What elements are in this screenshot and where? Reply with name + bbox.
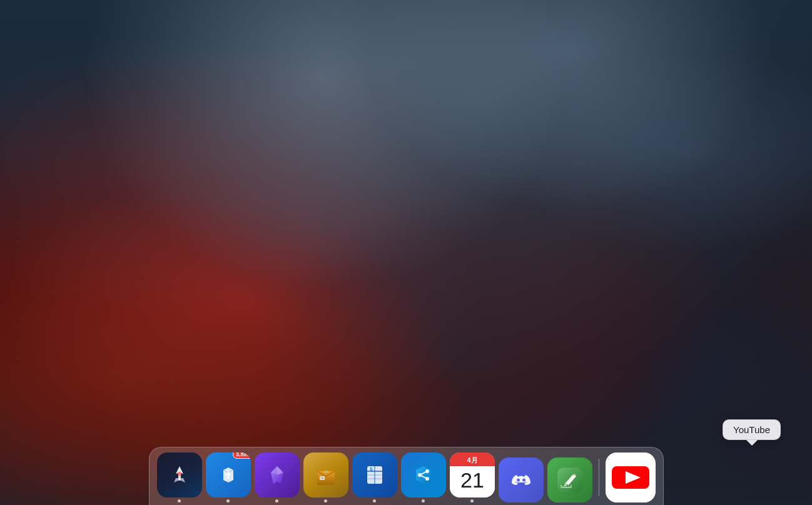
dock-dot-rocket — [178, 499, 181, 502]
sourcetree-icon — [401, 452, 446, 498]
dock-divider — [599, 459, 599, 496]
app-tooltip-youtube: YouTube — [723, 419, 781, 446]
youtube-icon — [606, 452, 656, 502]
dock-dot-canister — [226, 499, 230, 502]
dock-wrapper: 3,889 — [0, 447, 812, 505]
svg-rect-8 — [320, 478, 323, 478]
svg-point-29 — [517, 479, 520, 482]
svg-point-30 — [522, 479, 525, 482]
dock-item-canister[interactable]: 3,889 — [206, 452, 251, 502]
dock-item-rocket[interactable] — [157, 452, 202, 502]
calendar-icon: 4月 21 — [450, 452, 495, 498]
dock-item-sourcetree[interactable] — [401, 452, 446, 502]
svg-text:4月: 4月 — [467, 456, 477, 464]
svg-point-1 — [178, 472, 181, 476]
canister-badge: 3,889 — [233, 452, 251, 459]
dock-item-calendar[interactable]: 4月 21 — [450, 452, 495, 502]
obsidian-icon — [255, 452, 300, 498]
dock-item-youtube[interactable] — [606, 452, 656, 502]
dock-dot-calendar — [470, 499, 474, 502]
wps-icon: S — [352, 452, 397, 498]
svg-rect-9 — [320, 479, 323, 479]
tooltip-arrow — [746, 440, 758, 446]
dock-item-obsidian[interactable] — [255, 452, 300, 502]
canister-icon: 3,889 — [206, 452, 251, 498]
dock-item-coteditor[interactable] — [547, 458, 592, 502]
dock-item-wps[interactable]: S — [352, 452, 397, 502]
dock-dot-sourcetree — [422, 499, 425, 502]
deliveries-icon — [303, 452, 348, 498]
rocket-icon — [157, 452, 202, 498]
svg-rect-10 — [323, 471, 328, 473]
tooltip-label: YouTube — [723, 419, 781, 440]
svg-text:21: 21 — [460, 468, 484, 492]
svg-rect-7 — [320, 476, 325, 480]
dock-dot-deliveries — [324, 499, 327, 502]
dock-item-deliveries[interactable] — [303, 452, 348, 502]
dock-dot-wps — [373, 499, 376, 502]
discord-icon — [499, 458, 544, 502]
dock-dot-obsidian — [275, 499, 278, 502]
wallpaper — [0, 0, 812, 505]
dock: 3,889 — [149, 447, 664, 505]
svg-text:S: S — [370, 467, 373, 471]
coteditor-icon — [547, 458, 592, 502]
dock-item-discord[interactable] — [499, 458, 544, 502]
